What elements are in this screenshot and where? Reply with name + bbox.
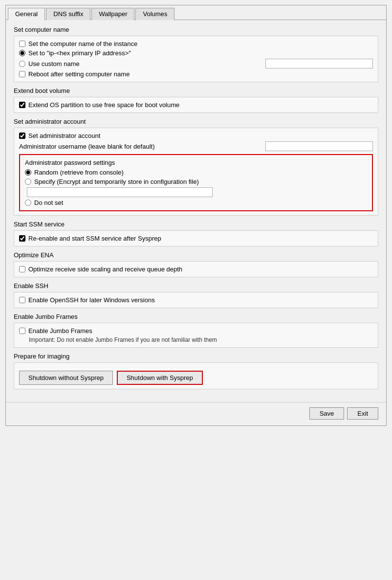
do-not-set-row: Do not set: [25, 199, 367, 206]
section-extend-boot: Extend boot volume Extend OS partition t…: [14, 87, 378, 113]
extend-boot-row: Extend OS partition to use free space fo…: [19, 101, 373, 109]
jumbo-enable-row: Enable Jumbo Frames: [19, 327, 373, 335]
ssh-row: Enable OpenSSH for later Windows version…: [19, 296, 373, 304]
ip-hex-radio[interactable]: [19, 50, 25, 56]
shutdown-no-sysprep-button[interactable]: Shutdown without Sysprep: [19, 371, 113, 385]
specify-password-input[interactable]: [27, 187, 213, 197]
section-admin-account: Set administrator account Set administra…: [14, 118, 378, 216]
ssh-title: Enable SSH: [14, 282, 378, 290]
custom-name-row: Use custom name: [19, 59, 373, 68]
extend-boot-title: Extend boot volume: [14, 87, 378, 94]
ssm-label: Re-enable and start SSM service after Sy…: [28, 235, 161, 242]
tab-dns-suffix[interactable]: DNS suffix: [46, 8, 90, 20]
shutdown-sysprep-button[interactable]: Shutdown with Sysprep: [117, 371, 203, 385]
jumbo-important-text: Important: Do not enable Jumbo Frames if…: [19, 336, 373, 343]
save-button[interactable]: Save: [309, 407, 345, 420]
ip-hex-label: Set to "ip-<hex primary IP address>": [28, 49, 131, 57]
set-admin-row: Set administrator account: [19, 132, 373, 139]
random-password-radio[interactable]: [25, 169, 31, 176]
admin-password-box: Administrator password settings Random (…: [19, 154, 373, 211]
set-name-row: Set the computer name of the instance: [19, 40, 373, 47]
ssm-row: Re-enable and start SSM service after Sy…: [19, 235, 373, 242]
ssh-box: Enable OpenSSH for later Windows version…: [14, 292, 378, 308]
extend-boot-checkbox[interactable]: [19, 102, 25, 108]
computer-name-box: Set the computer name of the instance Se…: [14, 36, 378, 82]
tab-volumes[interactable]: Volumes: [135, 8, 174, 20]
ssm-box: Re-enable and start SSM service after Sy…: [14, 230, 378, 246]
specify-password-row: Specify (Encrypt and temporarily store i…: [25, 178, 367, 185]
admin-username-label: Administrator username (leave blank for …: [19, 143, 154, 150]
custom-name-label: Use custom name: [28, 60, 80, 67]
custom-name-input[interactable]: [265, 59, 373, 68]
random-password-label: Random (retrieve from console): [34, 169, 124, 176]
ena-checkbox[interactable]: [19, 266, 25, 272]
section-ena: Optimize ENA Optimize receive side scali…: [14, 251, 378, 277]
ena-label: Optimize receive side scaling and receiv…: [28, 266, 182, 273]
section-prepare: Prepare for imaging Shutdown without Sys…: [14, 353, 378, 389]
section-ssh: Enable SSH Enable OpenSSH for later Wind…: [14, 282, 378, 308]
section-jumbo: Enable Jumbo Frames Enable Jumbo Frames …: [14, 313, 378, 348]
tab-wallpaper[interactable]: Wallpaper: [91, 8, 134, 20]
ssh-checkbox[interactable]: [19, 297, 25, 303]
reboot-row: Reboot after setting computer name: [19, 70, 373, 78]
tab-bar: General DNS suffix Wallpaper Volumes: [6, 5, 386, 20]
main-window: General DNS suffix Wallpaper Volumes Set…: [5, 5, 387, 426]
ena-box: Optimize receive side scaling and receiv…: [14, 261, 378, 277]
tab-content: Set computer name Set the computer name …: [6, 20, 386, 397]
jumbo-enable-label: Enable Jumbo Frames: [28, 327, 92, 335]
prepare-buttons: Shutdown without Sysprep Shutdown with S…: [19, 371, 373, 385]
admin-account-title: Set administrator account: [14, 118, 378, 125]
specify-password-radio[interactable]: [25, 178, 31, 185]
extend-boot-box: Extend OS partition to use free space fo…: [14, 97, 378, 113]
do-not-set-radio[interactable]: [25, 200, 31, 206]
admin-username-row: Administrator username (leave blank for …: [19, 141, 373, 151]
do-not-set-label: Do not set: [34, 199, 63, 206]
extend-boot-label: Extend OS partition to use free space fo…: [28, 101, 179, 109]
random-password-row: Random (retrieve from console): [25, 169, 367, 176]
jumbo-box: Enable Jumbo Frames Important: Do not en…: [14, 323, 378, 348]
ssm-title: Start SSM service: [14, 221, 378, 228]
footer: Save Exit: [6, 402, 386, 425]
section-computer-name: Set computer name Set the computer name …: [14, 26, 378, 82]
prepare-title: Prepare for imaging: [14, 353, 378, 360]
set-admin-label: Set administrator account: [28, 132, 100, 139]
computer-name-title: Set computer name: [14, 26, 378, 33]
ip-hex-row: Set to "ip-<hex primary IP address>": [19, 49, 373, 57]
admin-account-box: Set administrator account Administrator …: [14, 128, 378, 216]
admin-username-input[interactable]: [265, 141, 373, 151]
section-ssm: Start SSM service Re-enable and start SS…: [14, 221, 378, 246]
set-name-label: Set the computer name of the instance: [28, 40, 137, 47]
ssh-label: Enable OpenSSH for later Windows version…: [28, 296, 155, 304]
admin-password-title: Administrator password settings: [25, 159, 367, 166]
tab-general[interactable]: General: [8, 8, 45, 20]
prepare-box: Shutdown without Sysprep Shutdown with S…: [14, 362, 378, 389]
reboot-label: Reboot after setting computer name: [28, 70, 130, 78]
ena-row: Optimize receive side scaling and receiv…: [19, 266, 373, 273]
specify-password-label: Specify (Encrypt and temporarily store i…: [34, 178, 199, 185]
exit-button[interactable]: Exit: [347, 407, 378, 420]
ena-title: Optimize ENA: [14, 251, 378, 259]
set-admin-checkbox[interactable]: [19, 133, 25, 139]
jumbo-checkbox[interactable]: [19, 328, 25, 334]
custom-name-radio[interactable]: [19, 61, 25, 67]
jumbo-title: Enable Jumbo Frames: [14, 313, 378, 320]
reboot-checkbox[interactable]: [19, 71, 25, 77]
set-name-checkbox[interactable]: [19, 41, 25, 47]
ssm-checkbox[interactable]: [19, 235, 25, 242]
